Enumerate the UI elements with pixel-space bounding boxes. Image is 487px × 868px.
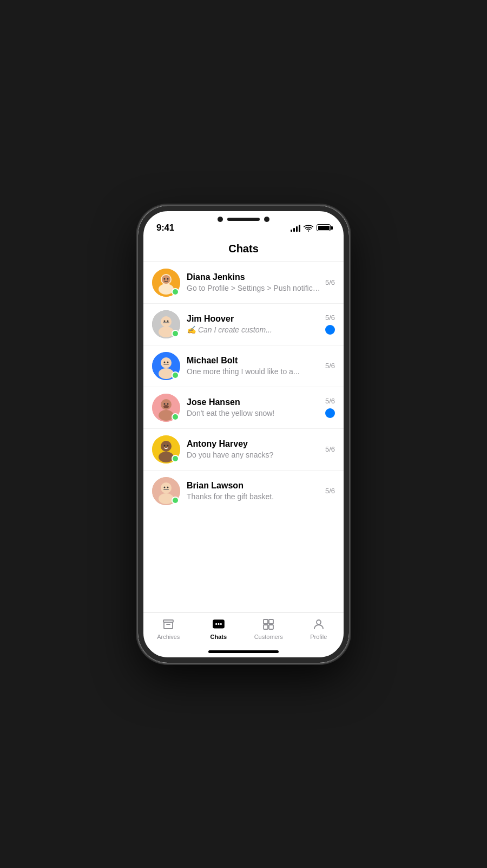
svg-point-40 xyxy=(218,623,219,624)
chat-time-jose: 5/6 xyxy=(325,397,335,405)
svg-rect-44 xyxy=(264,625,268,629)
chat-name-jim: Jim Hoover xyxy=(187,314,321,324)
svg-point-39 xyxy=(215,623,217,624)
svg-rect-37 xyxy=(163,620,173,622)
svg-point-32 xyxy=(161,482,172,493)
chat-name-michael: Michael Bolt xyxy=(187,356,321,366)
online-indicator xyxy=(172,497,179,504)
signal-icon xyxy=(291,224,300,232)
chat-item-brian[interactable]: Brian Lawson Thanks for the gift basket.… xyxy=(143,471,344,512)
notch-dot2 xyxy=(264,217,269,222)
main-content: Chats Diana Jenkins Go to Profile > Sett… xyxy=(143,238,344,612)
tab-customers[interactable]: Customers xyxy=(244,617,294,640)
chat-preview-jose: Don't eat the yellow snow! xyxy=(187,409,321,417)
online-indicator xyxy=(172,413,179,421)
avatar-wrapper-jim xyxy=(152,310,180,338)
chat-preview-brian: Thanks for the gift basket. xyxy=(187,492,321,501)
chat-list: Diana Jenkins Go to Profile > Settings >… xyxy=(143,262,344,612)
svg-point-24 xyxy=(167,403,169,404)
chats-svg xyxy=(212,617,226,632)
notch xyxy=(211,211,276,227)
home-indicator xyxy=(208,650,279,653)
svg-point-30 xyxy=(167,445,169,446)
chat-info-michael: Michael Bolt One more thing I would like… xyxy=(187,356,321,376)
svg-rect-43 xyxy=(269,619,273,624)
customers-label: Customers xyxy=(254,634,283,640)
online-indicator xyxy=(172,330,179,337)
status-icons xyxy=(291,224,331,232)
chat-meta-diana: 5/6 xyxy=(325,278,335,286)
svg-point-18 xyxy=(167,361,169,363)
chat-item-michael[interactable]: Michael Bolt One more thing I would like… xyxy=(143,345,344,387)
status-time: 9:41 xyxy=(156,223,174,233)
svg-rect-45 xyxy=(269,625,273,629)
unread-indicator xyxy=(325,408,335,418)
chat-info-brian: Brian Lawson Thanks for the gift basket. xyxy=(187,481,321,501)
svg-point-35 xyxy=(167,486,169,488)
chat-time-brian: 5/6 xyxy=(325,487,335,495)
svg-rect-19 xyxy=(163,364,169,365)
svg-point-0 xyxy=(308,230,309,231)
svg-point-15 xyxy=(161,357,172,368)
svg-point-27 xyxy=(161,441,172,452)
svg-point-6 xyxy=(167,278,169,279)
online-indicator xyxy=(172,371,179,379)
chat-name-antony: Antony Harvey xyxy=(187,439,321,449)
chat-item-jim[interactable]: Jim Hoover ✍ Can I create custom... 5/6 xyxy=(143,304,344,345)
chat-item-diana[interactable]: Diana Jenkins Go to Profile > Settings >… xyxy=(143,262,344,304)
tab-chats[interactable]: Chats xyxy=(194,617,244,640)
svg-rect-42 xyxy=(264,619,268,624)
chat-meta-antony: 5/6 xyxy=(325,445,335,453)
archives-icon xyxy=(161,617,175,631)
tab-profile[interactable]: Profile xyxy=(294,617,344,640)
svg-rect-13 xyxy=(163,322,169,323)
chat-meta-jose: 5/6 xyxy=(325,397,335,418)
chat-time-antony: 5/6 xyxy=(325,445,335,453)
notch-camera xyxy=(218,217,223,222)
page-title-bar: Chats xyxy=(143,238,344,262)
svg-point-46 xyxy=(317,620,321,624)
chat-meta-michael: 5/6 xyxy=(325,362,335,370)
status-bar: 9:41 xyxy=(143,211,344,238)
chat-meta-brian: 5/6 xyxy=(325,487,335,495)
chats-icon xyxy=(212,617,226,631)
svg-point-5 xyxy=(164,278,166,279)
battery-icon xyxy=(317,224,331,231)
unread-indicator xyxy=(325,325,335,335)
avatar-wrapper-diana xyxy=(152,269,180,297)
phone-inner: 9:41 xyxy=(143,211,344,657)
chat-name-diana: Diana Jenkins xyxy=(187,272,321,282)
avatar-wrapper-antony xyxy=(152,435,180,464)
archives-label: Archives xyxy=(157,634,180,640)
chat-time-michael: 5/6 xyxy=(325,362,335,370)
phone-shell: 9:41 xyxy=(138,206,349,663)
svg-point-4 xyxy=(162,275,170,284)
profile-icon xyxy=(312,617,326,631)
avatar-wrapper-jose xyxy=(152,394,180,422)
svg-point-29 xyxy=(164,445,166,446)
profile-svg xyxy=(312,618,325,631)
avatar-wrapper-brian xyxy=(152,477,180,505)
svg-point-41 xyxy=(220,623,221,624)
chat-info-antony: Antony Harvey Do you have any snacks? xyxy=(187,439,321,459)
chat-info-jim: Jim Hoover ✍ Can I create custom... xyxy=(187,314,321,334)
chat-preview-diana: Go to Profile > Settings > Push notifica… xyxy=(187,284,321,292)
chat-info-diana: Diana Jenkins Go to Profile > Settings >… xyxy=(187,272,321,292)
online-indicator xyxy=(172,455,179,462)
chat-info-jose: Jose Hansen Don't eat the yellow snow! xyxy=(187,397,321,417)
chat-preview-jim: ✍ Can I create custom... xyxy=(187,325,321,334)
tab-archives[interactable]: Archives xyxy=(143,617,194,640)
chat-item-jose[interactable]: Jose Hansen Don't eat the yellow snow! 5… xyxy=(143,387,344,429)
chat-item-antony[interactable]: Antony Harvey Do you have any snacks? 5/… xyxy=(143,429,344,471)
page-title: Chats xyxy=(228,243,259,254)
chat-name-brian: Brian Lawson xyxy=(187,481,321,491)
profile-label: Profile xyxy=(310,634,327,640)
svg-point-23 xyxy=(164,403,166,404)
chat-preview-michael: One more thing I would like to a... xyxy=(187,367,321,376)
avatar-wrapper-michael xyxy=(152,352,180,380)
chat-name-jose: Jose Hansen xyxy=(187,397,321,407)
chat-time-jim: 5/6 xyxy=(325,314,335,322)
chat-meta-jim: 5/6 xyxy=(325,314,335,335)
svg-point-17 xyxy=(164,361,166,363)
chats-label: Chats xyxy=(210,634,227,640)
